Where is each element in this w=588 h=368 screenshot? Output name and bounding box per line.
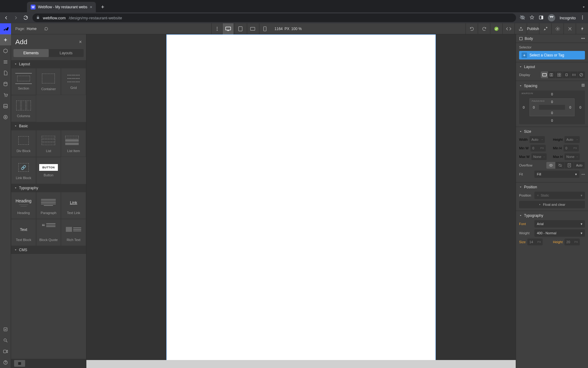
cms-section-header[interactable]: CMS xyxy=(11,246,86,254)
url-field[interactable]: webflow.com/design/my-restaurant-website xyxy=(32,13,516,22)
bookmark-star-icon[interactable] xyxy=(530,15,534,21)
div-block-element[interactable]: Div Block xyxy=(11,130,36,157)
max-height-input[interactable]: None– xyxy=(564,153,580,160)
text-link-element[interactable]: LinkText Link xyxy=(61,192,86,219)
display-inline-button[interactable] xyxy=(570,71,578,78)
padding-bottom-input[interactable]: 0 xyxy=(551,111,553,115)
assets-tab[interactable] xyxy=(0,101,11,112)
canvas-zoom-readout[interactable]: 1164 PX 100 % xyxy=(270,27,306,31)
code-export-button[interactable] xyxy=(502,23,514,34)
typography-section-toggle[interactable]: Typography xyxy=(519,213,585,218)
browser-tab[interactable]: W Webflow - My restaurant webs × xyxy=(27,2,96,12)
margin-bottom-input[interactable]: 0 xyxy=(551,119,553,122)
fit-select[interactable]: Fill▾ xyxy=(534,171,579,178)
close-add-panel-button[interactable]: × xyxy=(79,39,82,45)
sidepanel-icon[interactable] xyxy=(539,15,544,21)
ecommerce-tab[interactable] xyxy=(0,90,11,101)
search-tab[interactable] xyxy=(0,335,11,346)
spacing-expand-icon[interactable] xyxy=(581,83,585,88)
effects-panel-tab[interactable] xyxy=(576,23,588,34)
cms-tab[interactable] xyxy=(0,79,11,90)
height-input[interactable]: Auto– xyxy=(564,136,580,143)
webflow-logo-icon[interactable] xyxy=(0,23,11,34)
reload-preview-button[interactable] xyxy=(41,23,52,34)
heading-element[interactable]: HeadingHeading xyxy=(11,192,36,219)
layouts-tab-button[interactable]: Layouts xyxy=(49,49,84,57)
incognito-eye-icon[interactable] xyxy=(520,15,525,21)
tab-close-icon[interactable]: × xyxy=(90,5,92,10)
kebab-icon[interactable] xyxy=(211,23,222,34)
style-panel-tab[interactable] xyxy=(539,23,551,34)
layout-section-header[interactable]: Layout xyxy=(11,60,86,68)
canvas[interactable] xyxy=(166,34,436,368)
display-flex-button[interactable] xyxy=(548,71,556,78)
container-element[interactable]: Container xyxy=(36,68,61,95)
weight-select[interactable]: 400 - Normal▾ xyxy=(534,229,585,237)
fit-more-icon[interactable]: ••• xyxy=(581,172,585,176)
mobile-portrait-button[interactable] xyxy=(259,23,270,34)
paragraph-element[interactable]: Paragraph xyxy=(36,192,61,219)
spacing-section-toggle[interactable]: Spacing xyxy=(519,83,585,88)
margin-top-input[interactable]: 0 xyxy=(551,92,553,96)
reload-button[interactable] xyxy=(23,15,29,21)
columns-element[interactable]: Columns xyxy=(11,95,36,122)
tabs-chevron-icon[interactable] xyxy=(579,3,588,11)
min-height-input[interactable]: 0PX xyxy=(564,145,579,151)
overflow-visible-button[interactable] xyxy=(546,162,556,169)
display-none-button[interactable] xyxy=(578,71,585,78)
pages-tab[interactable] xyxy=(0,67,11,79)
overflow-hidden-button[interactable] xyxy=(556,162,565,169)
back-button[interactable] xyxy=(3,15,9,21)
display-block-button[interactable] xyxy=(541,71,548,78)
max-width-input[interactable]: None– xyxy=(531,153,547,160)
list-element[interactable]: List xyxy=(36,130,61,157)
layout-section-toggle[interactable]: Layout xyxy=(519,65,585,69)
share-button[interactable] xyxy=(514,23,527,34)
section-element[interactable]: Section xyxy=(11,68,36,95)
tablet-breakpoint-button[interactable] xyxy=(235,23,246,34)
spacing-editor[interactable]: MARGIN 0 0 0 0 PADDING 0 0 0 0 xyxy=(519,90,585,124)
selector-input[interactable]: + Select a Class or Tag xyxy=(519,51,585,59)
overflow-auto-button[interactable]: Auto xyxy=(574,162,585,169)
help-tab[interactable] xyxy=(0,357,11,368)
canvas-scrollbar[interactable] xyxy=(86,360,516,368)
typography-section-header[interactable]: Typography xyxy=(11,184,86,192)
block-quote-element[interactable]: ❝Block Quote xyxy=(36,219,61,246)
font-size-input[interactable]: 14PX xyxy=(527,239,543,245)
interactions-panel-tab[interactable] xyxy=(564,23,576,34)
elements-tab-button[interactable]: Elements xyxy=(13,49,49,57)
padding-left-input[interactable]: 0 xyxy=(533,105,535,109)
button-element[interactable]: BUTTONButton xyxy=(36,157,61,184)
grid-element[interactable]: Grid xyxy=(61,68,86,95)
line-height-input[interactable]: 20PX xyxy=(564,239,580,245)
navigator-tab[interactable] xyxy=(0,56,11,67)
list-item-element[interactable]: List Item xyxy=(61,130,86,157)
page-indicator[interactable]: Page: Home xyxy=(11,27,41,31)
desktop-breakpoint-button[interactable] xyxy=(222,23,233,34)
components-tab[interactable] xyxy=(0,45,11,56)
add-elements-tab[interactable] xyxy=(0,34,11,45)
padding-top-input[interactable]: 0 xyxy=(551,100,553,104)
link-block-element[interactable]: 🔗Link Block xyxy=(11,157,36,184)
text-block-element[interactable]: TextText Block xyxy=(11,219,36,246)
rich-text-element[interactable]: Rich Text xyxy=(61,219,86,246)
settings-tab[interactable] xyxy=(0,112,11,123)
min-width-input[interactable]: 0PX xyxy=(530,145,546,151)
new-tab-button[interactable]: + xyxy=(98,3,107,11)
display-grid-button[interactable] xyxy=(556,71,563,78)
width-input[interactable]: Auto– xyxy=(530,136,545,143)
margin-left-input[interactable]: 0 xyxy=(523,105,525,109)
publish-button[interactable]: Publish xyxy=(527,23,539,34)
undo-button[interactable] xyxy=(466,23,478,34)
display-inline-block-button[interactable] xyxy=(563,71,570,78)
video-tab[interactable] xyxy=(0,346,11,357)
padding-right-input[interactable]: 0 xyxy=(569,105,571,109)
size-section-toggle[interactable]: Size xyxy=(519,129,585,134)
redo-button[interactable] xyxy=(478,23,490,34)
overflow-scroll-button[interactable] xyxy=(565,162,574,169)
font-select[interactable]: Arial▾ xyxy=(534,220,585,228)
body-shortcut-chip[interactable] xyxy=(14,360,25,367)
forward-button[interactable] xyxy=(13,15,19,21)
profile-avatar-icon[interactable] xyxy=(548,14,555,21)
float-clear-toggle[interactable]: Float and clear xyxy=(519,201,585,208)
